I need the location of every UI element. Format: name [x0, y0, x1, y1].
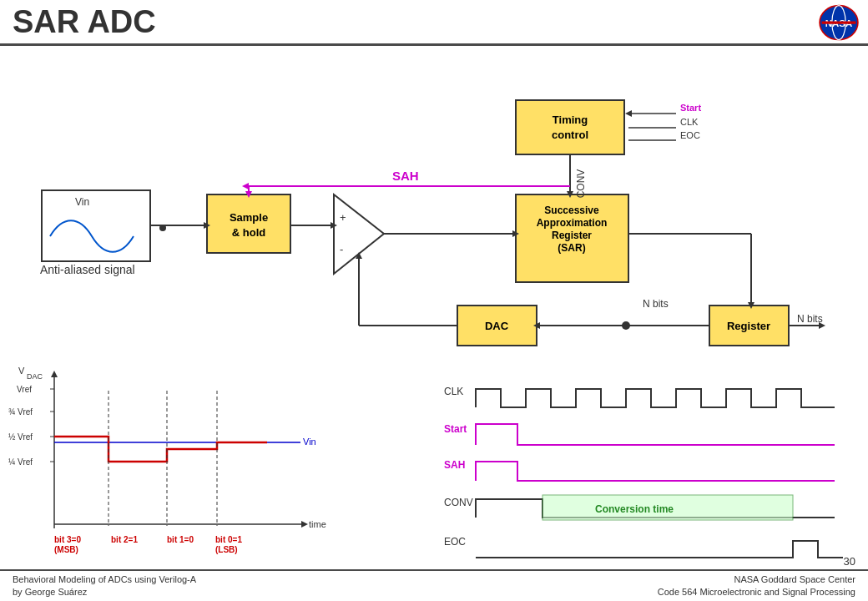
svg-text:SAH: SAH: [444, 459, 465, 471]
footer-left: Behavioral Modeling of ADCs using Verilo…: [13, 573, 196, 599]
svg-marker-28: [331, 222, 337, 229]
svg-point-17: [159, 225, 166, 231]
svg-marker-64: [51, 371, 58, 377]
svg-text:DAC: DAC: [485, 320, 509, 332]
svg-text:Successive: Successive: [544, 205, 599, 216]
footer-line4: Code 564 Microelectronic and Signal Proc…: [658, 586, 855, 598]
svg-text:V: V: [18, 366, 25, 376]
svg-rect-20: [457, 306, 537, 346]
svg-rect-7: [516, 194, 628, 282]
svg-text:¼ Vref: ¼ Vref: [8, 457, 33, 467]
nasa-logo: NASA: [818, 4, 860, 42]
svg-text:Timing: Timing: [553, 114, 588, 126]
svg-text:bit 3=0: bit 3=0: [54, 535, 81, 544]
svg-marker-48: [533, 322, 540, 329]
page-number: 30: [844, 555, 855, 568]
svg-text:CLK: CLK: [680, 117, 699, 127]
svg-text:(LSB): (LSB): [215, 545, 238, 554]
svg-text:CLK: CLK: [444, 386, 463, 397]
svg-text:& hold: & hold: [232, 226, 265, 239]
svg-text:CONV: CONV: [575, 169, 587, 199]
header: SAR ADC NASA: [0, 0, 868, 46]
svg-text:-: -: [340, 243, 343, 255]
footer-line3: NASA Goddard Space Center: [658, 573, 855, 586]
svg-text:Approximation: Approximation: [537, 217, 608, 229]
svg-text:+: +: [340, 211, 346, 224]
svg-marker-53: [625, 110, 632, 117]
svg-text:Anti-aliased signal: Anti-aliased signal: [40, 263, 135, 276]
svg-text:EOC: EOC: [444, 536, 466, 548]
svg-text:Register: Register: [552, 230, 592, 241]
svg-text:N bits: N bits: [643, 298, 669, 310]
svg-text:Register: Register: [727, 320, 770, 332]
svg-text:control: control: [552, 129, 588, 141]
svg-text:¾ Vref: ¾ Vref: [8, 407, 33, 417]
page-title: SAR ADC: [13, 4, 156, 40]
svg-text:Vin: Vin: [303, 437, 316, 447]
svg-text:time: time: [309, 519, 326, 529]
svg-text:bit 1=0: bit 1=0: [167, 535, 194, 544]
svg-text:(SAR): (SAR): [558, 242, 585, 254]
svg-rect-12: [207, 194, 290, 253]
svg-text:Start: Start: [444, 423, 467, 435]
svg-marker-32: [567, 191, 573, 198]
svg-marker-35: [242, 183, 249, 189]
footer-right: NASA Goddard Space Center Code 564 Micro…: [658, 573, 855, 599]
svg-text:CONV: CONV: [444, 497, 473, 508]
svg-text:Vin: Vin: [75, 196, 89, 208]
svg-text:(MSB): (MSB): [54, 545, 78, 554]
svg-marker-45: [819, 322, 825, 329]
footer-line1: Behavioral Modeling of ADCs using Verilo…: [13, 573, 196, 586]
svg-text:EOC: EOC: [680, 130, 700, 140]
svg-marker-26: [204, 222, 210, 229]
svg-rect-15: [42, 190, 150, 261]
svg-point-47: [622, 321, 630, 330]
svg-text:Conversion time: Conversion time: [595, 503, 674, 515]
diagram-svg: Timing control Successive Approximation …: [0, 48, 868, 601]
svg-text:Sample: Sample: [230, 211, 268, 224]
svg-text:N bits: N bits: [797, 313, 823, 325]
svg-marker-37: [245, 191, 252, 198]
svg-marker-30: [512, 230, 519, 237]
footer-line2: by George Suárez: [13, 586, 196, 598]
svg-marker-62: [301, 521, 308, 528]
svg-text:½ Vref: ½ Vref: [8, 432, 33, 442]
svg-rect-4: [516, 100, 624, 154]
svg-marker-51: [356, 252, 362, 259]
svg-rect-90: [542, 495, 793, 520]
svg-text:DAC: DAC: [27, 372, 43, 381]
svg-text:Start: Start: [680, 103, 701, 113]
svg-rect-18: [709, 306, 789, 346]
main-content: Timing control Successive Approximation …: [0, 48, 868, 569]
svg-text:Vref: Vref: [17, 385, 32, 394]
svg-marker-41: [748, 302, 754, 309]
svg-marker-22: [334, 194, 384, 274]
svg-text:SAH: SAH: [392, 169, 419, 183]
svg-text:bit 2=1: bit 2=1: [111, 535, 138, 544]
svg-text:bit 0=1: bit 0=1: [215, 535, 242, 544]
footer: Behavioral Modeling of ADCs using Verilo…: [0, 569, 868, 601]
